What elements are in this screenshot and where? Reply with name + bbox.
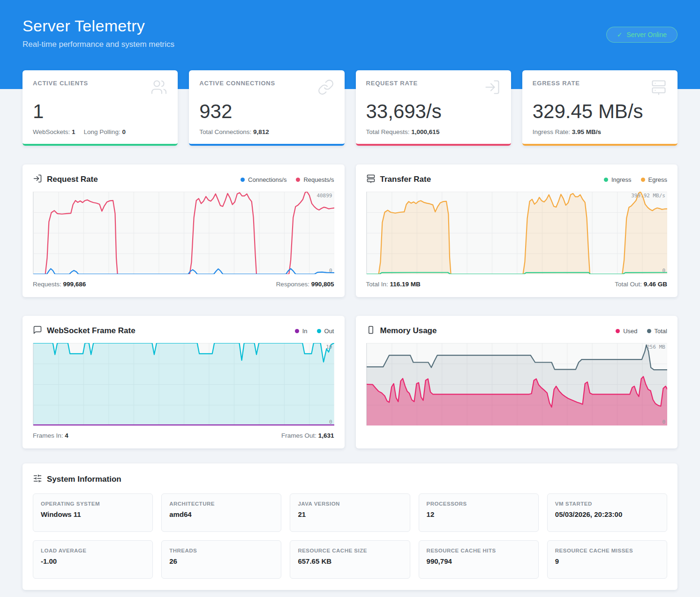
legend-dot bbox=[295, 329, 299, 333]
memory-usage-chart-card: Memory Usage Used Total 256 MB 0 bbox=[356, 316, 678, 448]
stat-value: 1 bbox=[33, 101, 167, 122]
server-icon bbox=[366, 174, 376, 185]
memory-icon bbox=[366, 325, 376, 336]
stat-card-egress-rate: EGRESS RATE 329.45 MB/s Ingress Rate: 3.… bbox=[522, 70, 677, 146]
stat-card-active-clients: ACTIVE CLIENTS 1 WebSockets: 1 Long Poll… bbox=[23, 70, 178, 146]
websocket-frame-rate-chart-card: WebSocket Frame Rate In Out 10 0 Frames … bbox=[23, 316, 345, 448]
transfer-rate-chart-card: Transfer Rate Ingress Egress 399.92 MB/s… bbox=[356, 164, 678, 297]
legend-item: Out bbox=[317, 328, 334, 335]
sys-item-processors: PROCESSORS 12 bbox=[419, 493, 539, 532]
y-axis-max-label: 40899 bbox=[316, 193, 332, 199]
stat-label: ACTIVE CLIENTS bbox=[33, 80, 88, 87]
sys-item-threads: THREADS 26 bbox=[161, 540, 281, 579]
chart-legend: In Out bbox=[295, 328, 334, 335]
websocket-frame-rate-plot: 10 0 bbox=[33, 343, 334, 425]
section-title: System Information bbox=[47, 475, 121, 484]
legend-item: Egress bbox=[641, 176, 667, 183]
request-rate-chart-card: Request Rate Connections/s Requests/s 40… bbox=[23, 164, 345, 297]
server-icon bbox=[650, 79, 667, 97]
chart-title: Memory Usage bbox=[380, 326, 437, 336]
check-icon: ✓ bbox=[617, 31, 623, 38]
stat-value: 33,693/s bbox=[366, 101, 501, 122]
system-information-card: System Information OPERATING SYSTEM Wind… bbox=[23, 463, 677, 590]
legend-dot bbox=[296, 178, 300, 182]
legend-item: Ingress bbox=[604, 176, 632, 183]
sys-item-resource-cache-misses: RESOURCE CACHE MISSES 9 bbox=[547, 540, 667, 579]
y-axis-max-label: 256 MB bbox=[647, 344, 665, 350]
users-icon bbox=[151, 79, 167, 97]
legend-item: Total bbox=[647, 328, 667, 335]
memory-usage-plot: 256 MB 0 bbox=[366, 343, 668, 425]
login-arrow-icon bbox=[33, 174, 42, 185]
legend-dot bbox=[604, 178, 608, 182]
chart-title: WebSocket Frame Rate bbox=[47, 326, 135, 336]
stat-card-request-rate: REQUEST RATE 33,693/s Total Requests: 1,… bbox=[356, 70, 511, 146]
sys-item-resource-cache-size: RESOURCE CACHE SIZE 657.65 KB bbox=[290, 540, 410, 579]
legend-dot bbox=[317, 329, 321, 333]
charts-row-2: WebSocket Frame Rate In Out 10 0 Frames … bbox=[0, 316, 700, 448]
server-status-label: Server Online bbox=[626, 31, 667, 38]
sys-item-java-version: JAVA VERSION 21 bbox=[290, 493, 410, 532]
legend-item: In bbox=[295, 328, 308, 335]
legend-item: Used bbox=[616, 328, 637, 335]
message-square-icon bbox=[33, 325, 42, 336]
stat-label: EGRESS RATE bbox=[533, 80, 580, 87]
transfer-rate-plot: 399.92 MB/s 0 bbox=[366, 192, 668, 274]
y-axis-min-label: 0 bbox=[329, 268, 332, 274]
legend-dot bbox=[241, 178, 245, 182]
stat-label: ACTIVE CONNECTIONS bbox=[199, 80, 275, 87]
legend-item: Connections/s bbox=[241, 176, 286, 183]
stat-substat: Total Requests: 1,000,615 bbox=[366, 128, 440, 135]
sys-item-resource-cache-hits: RESOURCE CACHE HITS 990,794 bbox=[419, 540, 539, 579]
stat-value: 329.45 MB/s bbox=[533, 101, 667, 122]
chart-title: Request Rate bbox=[47, 175, 98, 184]
sys-item-load-average: LOAD AVERAGE -1.00 bbox=[33, 540, 153, 579]
stat-label: REQUEST RATE bbox=[366, 80, 418, 87]
stat-cards-row: ACTIVE CLIENTS 1 WebSockets: 1 Long Poll… bbox=[0, 70, 700, 146]
chart-legend: Used Total bbox=[616, 328, 667, 335]
sliders-icon bbox=[33, 474, 42, 485]
stat-substat: Ingress Rate: 3.95 MB/s bbox=[533, 128, 601, 135]
stat-card-active-connections: ACTIVE CONNECTIONS 932 Total Connections… bbox=[189, 70, 344, 146]
charts-row-1: Request Rate Connections/s Requests/s 40… bbox=[0, 164, 700, 297]
page-title: Server Telemetry bbox=[23, 17, 677, 35]
chart-footer-stat: Frames Out: 1,631 bbox=[281, 432, 334, 439]
stat-substat: Long Polling: 0 bbox=[84, 128, 126, 135]
legend-item: Requests/s bbox=[296, 176, 334, 183]
legend-dot bbox=[641, 178, 645, 182]
chart-footer-stat: Frames In: 4 bbox=[33, 432, 68, 439]
stat-substat: WebSockets: 1 bbox=[33, 128, 75, 135]
y-axis-max-label: 399.92 MB/s bbox=[631, 193, 665, 199]
chart-footer-stat: Total In: 116.19 MB bbox=[366, 281, 421, 288]
chart-footer-stat: Total Out: 9.46 GB bbox=[615, 281, 667, 288]
sys-item-operating-system: OPERATING SYSTEM Windows 11 bbox=[33, 493, 153, 532]
chart-legend: Connections/s Requests/s bbox=[241, 176, 334, 183]
legend-dot bbox=[616, 329, 620, 333]
chart-footer-stat: Requests: 999,686 bbox=[33, 281, 86, 288]
y-axis-max-label: 10 bbox=[326, 344, 332, 350]
chart-title: Transfer Rate bbox=[380, 175, 431, 184]
chart-footer-stat: Responses: 990,805 bbox=[276, 281, 334, 288]
sys-item-architecture: ARCHITECTURE amd64 bbox=[161, 493, 281, 532]
y-axis-min-label: 0 bbox=[662, 419, 665, 425]
stat-value: 932 bbox=[199, 101, 334, 122]
link-icon bbox=[317, 79, 334, 97]
login-arrow-icon bbox=[484, 79, 501, 97]
server-status-badge: ✓ Server Online bbox=[606, 27, 677, 43]
y-axis-min-label: 0 bbox=[662, 268, 665, 274]
legend-dot bbox=[647, 329, 651, 333]
system-info-grid: OPERATING SYSTEM Windows 11 ARCHITECTURE… bbox=[33, 493, 667, 579]
stat-substat: Total Connections: 9,812 bbox=[199, 128, 269, 135]
page-subtitle: Real-time performance and system metrics bbox=[23, 40, 677, 49]
y-axis-min-label: 0 bbox=[329, 419, 332, 425]
chart-legend: Ingress Egress bbox=[604, 176, 667, 183]
sys-item-vm-started: VM STARTED 05/03/2026, 20:23:00 bbox=[547, 493, 667, 532]
request-rate-plot: 40899 0 bbox=[33, 192, 334, 274]
